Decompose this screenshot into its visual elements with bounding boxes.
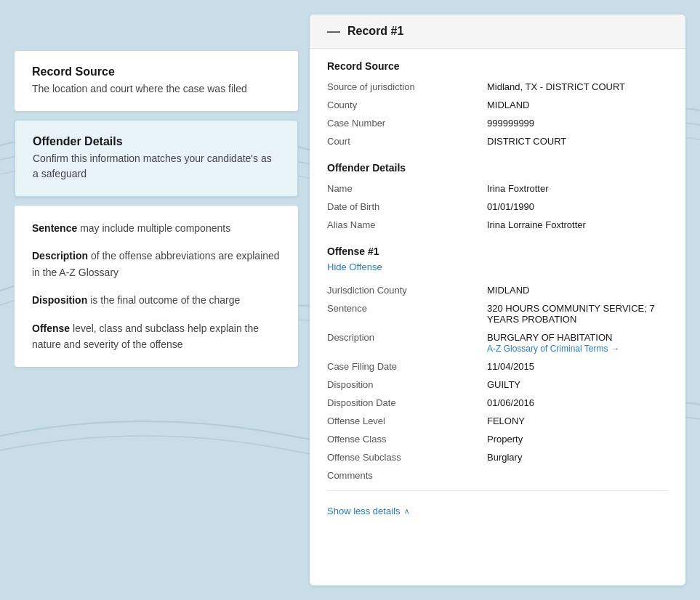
hide-offense-label: Hide Offense	[327, 262, 382, 272]
court-value: DISTRICT COURT	[487, 136, 668, 147]
county-value: MIDLAND	[487, 100, 668, 110]
glossary-card: Sentence may include multiple components…	[15, 206, 298, 367]
left-panel: Record Source The location and court whe…	[15, 15, 298, 585]
county-row: County MIDLAND	[327, 96, 668, 114]
comments-row: Comments	[327, 466, 668, 485]
glossary-link-text: A-Z Glossary of Criminal Terms	[487, 344, 608, 354]
show-less-button[interactable]: Show less details ∧	[327, 497, 409, 519]
offense-subclass-label: Offense Subclass	[327, 452, 487, 463]
name-row: Name Irina Foxtrotter	[327, 179, 668, 198]
disposition-value: GUILTY	[487, 379, 668, 390]
case-number-row: Case Number 999999999	[327, 114, 668, 132]
offender-details-description: Confirm this information matches your ca…	[33, 151, 280, 182]
divider	[327, 490, 668, 491]
show-less-label: Show less details	[327, 506, 400, 516]
description-section: Description of the offense abbreviations…	[32, 248, 281, 280]
disposition-section: Disposition is the final outcome of the …	[32, 292, 281, 308]
sentence-label: Sentence	[32, 222, 77, 234]
sentence-row: Sentence 320 HOURS COMMUNITY SERVICE; 7 …	[327, 299, 668, 328]
glossary-sections: Sentence may include multiple components…	[32, 220, 281, 352]
description-row: Description BURGLARY OF HABITATION A-Z G…	[327, 328, 668, 357]
source-jurisdiction-label: Source of jurisdiction	[327, 81, 487, 92]
case-number-label: Case Number	[327, 118, 487, 129]
offense-label: Offense	[32, 323, 70, 334]
dob-value: 01/01/1990	[487, 201, 668, 212]
court-label: Court	[327, 136, 487, 147]
record-source-title: Record Source	[32, 65, 281, 78]
offense-section: Offense level, class and subclass help e…	[32, 320, 281, 353]
description-value: BURGLARY OF HABITATION A-Z Glossary of C…	[487, 332, 668, 354]
offense-class-value: Property	[487, 434, 668, 445]
disposition-label: Disposition	[32, 294, 87, 306]
record-source-section-title: Record Source	[327, 49, 668, 78]
right-panel: — Record #1 Record Source Source of juri…	[310, 15, 685, 585]
glossary-arrow: →	[611, 344, 619, 354]
sentence-value: 320 HOURS COMMUNITY SERVICE; 7 YEARS PRO…	[487, 303, 668, 325]
disposition-field-label: Disposition	[327, 379, 487, 390]
offense-header: Offense #1 Hide Offense	[327, 234, 668, 281]
dob-label: Date of Birth	[327, 201, 487, 212]
sentence-section: Sentence may include multiple components	[32, 220, 281, 236]
jurisdiction-county-value: MIDLAND	[487, 285, 668, 296]
chevron-up-icon: ∧	[404, 507, 409, 515]
description-label: Description	[32, 250, 88, 262]
offender-details-card: Offender Details Confirm this informatio…	[15, 120, 298, 197]
name-label: Name	[327, 183, 487, 194]
disposition-text: is the final outcome of the charge	[90, 294, 240, 306]
record-dash: —	[327, 25, 340, 38]
record-source-card: Record Source The location and court whe…	[15, 51, 298, 111]
sentence-text: may include multiple components	[80, 222, 230, 234]
disposition-date-label: Disposition Date	[327, 397, 487, 408]
dob-row: Date of Birth 01/01/1990	[327, 198, 668, 216]
offense-subclass-row: Offense Subclass Burglary	[327, 448, 668, 466]
source-jurisdiction-value: Midland, TX - DISTRICT COURT	[487, 81, 668, 92]
offense-level-label: Offense Level	[327, 415, 487, 426]
case-filing-date-row: Case Filing Date 11/04/2015	[327, 357, 668, 376]
alias-row: Alias Name Irina Lorraine Foxtrotter	[327, 216, 668, 234]
offense-level-value: FELONY	[487, 415, 668, 426]
record-body: Record Source Source of jurisdiction Mid…	[310, 49, 685, 537]
court-row: Court DISTRICT COURT	[327, 132, 668, 150]
jurisdiction-county-row: Jurisdiction County MIDLAND	[327, 281, 668, 299]
county-label: County	[327, 100, 487, 110]
record-source-description: The location and court where the case wa…	[32, 81, 281, 97]
offense-class-row: Offense Class Property	[327, 430, 668, 448]
offense-level-row: Offense Level FELONY	[327, 412, 668, 430]
record-title: Record #1	[347, 25, 403, 38]
alias-label: Alias Name	[327, 219, 487, 230]
case-number-value: 999999999	[487, 118, 668, 129]
source-jurisdiction-row: Source of jurisdiction Midland, TX - DIS…	[327, 78, 668, 96]
alias-value: Irina Lorraine Foxtrotter	[487, 219, 668, 230]
offense-subclass-value: Burglary	[487, 452, 668, 463]
record-header: — Record #1	[310, 15, 685, 49]
case-filing-date-value: 11/04/2015	[487, 361, 668, 372]
offender-section-title: Offender Details	[327, 150, 668, 179]
disposition-row: Disposition GUILTY	[327, 376, 668, 394]
offense-title: Offense #1	[327, 246, 668, 257]
disposition-date-row: Disposition Date 01/06/2016	[327, 394, 668, 412]
glossary-link[interactable]: A-Z Glossary of Criminal Terms →	[487, 344, 619, 354]
offender-details-title: Offender Details	[33, 135, 280, 148]
jurisdiction-county-label: Jurisdiction County	[327, 285, 487, 296]
disposition-date-value: 01/06/2016	[487, 397, 668, 408]
name-value: Irina Foxtrotter	[487, 183, 668, 194]
description-field-label: Description	[327, 332, 487, 343]
sentence-field-label: Sentence	[327, 303, 487, 314]
comments-label: Comments	[327, 470, 487, 481]
case-filing-date-label: Case Filing Date	[327, 361, 487, 372]
offense-class-label: Offense Class	[327, 434, 487, 445]
hide-offense-link[interactable]: Hide Offense	[327, 262, 382, 272]
